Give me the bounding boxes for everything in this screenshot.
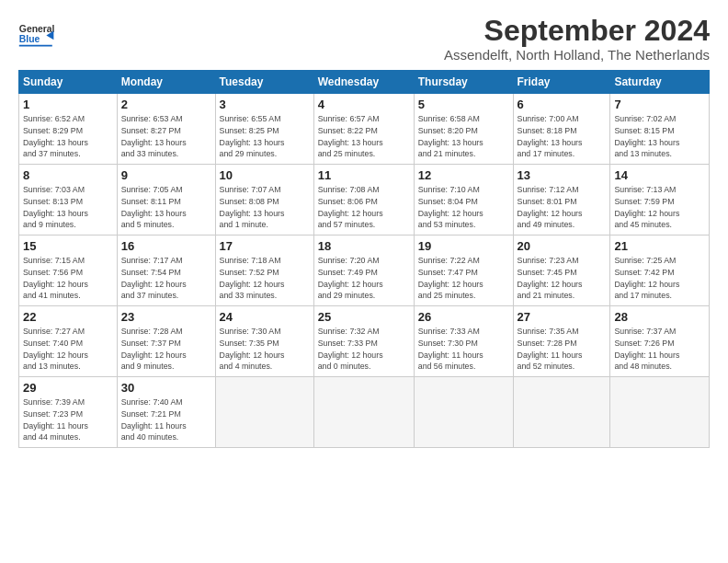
day-number: 23 bbox=[121, 310, 211, 324]
day-number: 10 bbox=[220, 168, 310, 182]
day-info: Sunrise: 7:35 AMSunset: 7:28 PMDaylight:… bbox=[518, 326, 607, 373]
day-info: Sunrise: 7:22 AMSunset: 7:47 PMDaylight:… bbox=[418, 255, 509, 302]
table-row: 28Sunrise: 7:37 AMSunset: 7:26 PMDayligh… bbox=[610, 306, 710, 377]
day-number: 12 bbox=[418, 168, 509, 182]
day-info: Sunrise: 7:30 AMSunset: 7:35 PMDaylight:… bbox=[220, 326, 310, 373]
day-info: Sunrise: 7:27 AMSunset: 7:40 PMDaylight:… bbox=[23, 326, 113, 373]
day-info: Sunrise: 7:18 AMSunset: 7:52 PMDaylight:… bbox=[220, 255, 310, 302]
page-title: September 2024 bbox=[444, 15, 710, 47]
day-info: Sunrise: 7:12 AMSunset: 8:01 PMDaylight:… bbox=[518, 184, 607, 231]
table-row bbox=[414, 377, 513, 448]
table-row: 9Sunrise: 7:05 AMSunset: 8:11 PMDaylight… bbox=[117, 165, 215, 236]
day-info: Sunrise: 7:37 AMSunset: 7:26 PMDaylight:… bbox=[614, 326, 705, 373]
day-number: 17 bbox=[220, 239, 310, 253]
calendar-table: Sunday Monday Tuesday Wednesday Thursday… bbox=[18, 70, 710, 448]
table-row: 6Sunrise: 7:00 AMSunset: 8:18 PMDaylight… bbox=[513, 94, 610, 165]
day-number: 22 bbox=[23, 310, 113, 324]
day-info: Sunrise: 7:25 AMSunset: 7:42 PMDaylight:… bbox=[614, 255, 705, 302]
table-row: 25Sunrise: 7:32 AMSunset: 7:33 PMDayligh… bbox=[313, 306, 414, 377]
calendar-week-row: 8Sunrise: 7:03 AMSunset: 8:13 PMDaylight… bbox=[19, 165, 710, 236]
table-row: 10Sunrise: 7:07 AMSunset: 8:08 PMDayligh… bbox=[215, 165, 313, 236]
col-sunday: Sunday bbox=[19, 71, 118, 94]
calendar-week-row: 1Sunrise: 6:52 AMSunset: 8:29 PMDaylight… bbox=[19, 94, 710, 165]
col-monday: Monday bbox=[117, 71, 215, 94]
table-row: 16Sunrise: 7:17 AMSunset: 7:54 PMDayligh… bbox=[117, 236, 215, 306]
table-row bbox=[313, 377, 414, 448]
day-info: Sunrise: 7:17 AMSunset: 7:54 PMDaylight:… bbox=[121, 255, 211, 302]
table-row: 12Sunrise: 7:10 AMSunset: 8:04 PMDayligh… bbox=[414, 165, 513, 236]
day-number: 9 bbox=[121, 168, 211, 182]
table-row: 24Sunrise: 7:30 AMSunset: 7:35 PMDayligh… bbox=[215, 306, 313, 377]
day-info: Sunrise: 7:00 AMSunset: 8:18 PMDaylight:… bbox=[518, 113, 607, 160]
table-row: 15Sunrise: 7:15 AMSunset: 7:56 PMDayligh… bbox=[19, 236, 118, 306]
day-info: Sunrise: 6:52 AMSunset: 8:29 PMDaylight:… bbox=[23, 113, 113, 160]
day-number: 6 bbox=[518, 98, 607, 111]
day-info: Sunrise: 6:53 AMSunset: 8:27 PMDaylight:… bbox=[121, 113, 211, 160]
calendar-header-row: Sunday Monday Tuesday Wednesday Thursday… bbox=[19, 71, 710, 94]
day-number: 11 bbox=[318, 168, 410, 182]
day-number: 2 bbox=[121, 98, 211, 111]
page: General Blue September 2024 Assendelft, … bbox=[0, 0, 728, 457]
calendar-week-row: 22Sunrise: 7:27 AMSunset: 7:40 PMDayligh… bbox=[19, 306, 710, 377]
logo: General Blue bbox=[18, 15, 55, 52]
day-info: Sunrise: 7:03 AMSunset: 8:13 PMDaylight:… bbox=[23, 184, 113, 231]
table-row: 7Sunrise: 7:02 AMSunset: 8:15 PMDaylight… bbox=[610, 94, 710, 165]
day-info: Sunrise: 7:40 AMSunset: 7:21 PMDaylight:… bbox=[121, 396, 211, 443]
day-info: Sunrise: 7:15 AMSunset: 7:56 PMDaylight:… bbox=[23, 255, 113, 302]
table-row: 3Sunrise: 6:55 AMSunset: 8:25 PMDaylight… bbox=[215, 94, 313, 165]
day-number: 30 bbox=[121, 381, 211, 395]
day-number: 15 bbox=[23, 239, 113, 253]
day-number: 20 bbox=[518, 239, 607, 253]
day-number: 26 bbox=[418, 310, 509, 324]
day-info: Sunrise: 7:33 AMSunset: 7:30 PMDaylight:… bbox=[418, 326, 509, 373]
table-row: 4Sunrise: 6:57 AMSunset: 8:22 PMDaylight… bbox=[313, 94, 414, 165]
table-row: 26Sunrise: 7:33 AMSunset: 7:30 PMDayligh… bbox=[414, 306, 513, 377]
title-area: September 2024 Assendelft, North Holland… bbox=[444, 15, 710, 63]
table-row: 1Sunrise: 6:52 AMSunset: 8:29 PMDaylight… bbox=[19, 94, 118, 165]
calendar-week-row: 29Sunrise: 7:39 AMSunset: 7:23 PMDayligh… bbox=[19, 377, 710, 448]
day-number: 3 bbox=[220, 98, 310, 111]
logo-icon: General Blue bbox=[18, 15, 55, 52]
day-info: Sunrise: 7:08 AMSunset: 8:06 PMDaylight:… bbox=[318, 184, 410, 231]
day-info: Sunrise: 7:32 AMSunset: 7:33 PMDaylight:… bbox=[318, 326, 410, 373]
page-subtitle: Assendelft, North Holland, The Netherlan… bbox=[444, 47, 710, 63]
col-tuesday: Tuesday bbox=[215, 71, 313, 94]
table-row: 18Sunrise: 7:20 AMSunset: 7:49 PMDayligh… bbox=[313, 236, 414, 306]
day-info: Sunrise: 7:23 AMSunset: 7:45 PMDaylight:… bbox=[518, 255, 607, 302]
day-number: 19 bbox=[418, 239, 509, 253]
table-row: 29Sunrise: 7:39 AMSunset: 7:23 PMDayligh… bbox=[19, 377, 118, 448]
day-number: 18 bbox=[318, 239, 410, 253]
day-number: 14 bbox=[614, 168, 705, 182]
table-row bbox=[610, 377, 710, 448]
day-info: Sunrise: 6:57 AMSunset: 8:22 PMDaylight:… bbox=[318, 113, 410, 160]
day-number: 5 bbox=[418, 98, 509, 111]
day-info: Sunrise: 7:05 AMSunset: 8:11 PMDaylight:… bbox=[121, 184, 211, 231]
table-row bbox=[215, 377, 313, 448]
day-number: 27 bbox=[518, 310, 607, 324]
table-row: 8Sunrise: 7:03 AMSunset: 8:13 PMDaylight… bbox=[19, 165, 118, 236]
day-info: Sunrise: 7:20 AMSunset: 7:49 PMDaylight:… bbox=[318, 255, 410, 302]
table-row: 5Sunrise: 6:58 AMSunset: 8:20 PMDaylight… bbox=[414, 94, 513, 165]
table-row: 19Sunrise: 7:22 AMSunset: 7:47 PMDayligh… bbox=[414, 236, 513, 306]
day-info: Sunrise: 6:55 AMSunset: 8:25 PMDaylight:… bbox=[220, 113, 310, 160]
day-info: Sunrise: 7:07 AMSunset: 8:08 PMDaylight:… bbox=[220, 184, 310, 231]
col-saturday: Saturday bbox=[610, 71, 710, 94]
table-row: 30Sunrise: 7:40 AMSunset: 7:21 PMDayligh… bbox=[117, 377, 215, 448]
table-row: 20Sunrise: 7:23 AMSunset: 7:45 PMDayligh… bbox=[513, 236, 610, 306]
day-number: 29 bbox=[23, 381, 113, 395]
table-row: 11Sunrise: 7:08 AMSunset: 8:06 PMDayligh… bbox=[313, 165, 414, 236]
table-row: 22Sunrise: 7:27 AMSunset: 7:40 PMDayligh… bbox=[19, 306, 118, 377]
table-row: 23Sunrise: 7:28 AMSunset: 7:37 PMDayligh… bbox=[117, 306, 215, 377]
table-row: 14Sunrise: 7:13 AMSunset: 7:59 PMDayligh… bbox=[610, 165, 710, 236]
table-row: 13Sunrise: 7:12 AMSunset: 8:01 PMDayligh… bbox=[513, 165, 610, 236]
svg-text:Blue: Blue bbox=[19, 34, 40, 44]
day-number: 13 bbox=[518, 168, 607, 182]
day-number: 25 bbox=[318, 310, 410, 324]
col-thursday: Thursday bbox=[414, 71, 513, 94]
svg-text:General: General bbox=[19, 24, 55, 34]
day-number: 21 bbox=[614, 239, 705, 253]
table-row: 17Sunrise: 7:18 AMSunset: 7:52 PMDayligh… bbox=[215, 236, 313, 306]
day-info: Sunrise: 7:13 AMSunset: 7:59 PMDaylight:… bbox=[614, 184, 705, 231]
day-number: 28 bbox=[614, 310, 705, 324]
day-info: Sunrise: 7:39 AMSunset: 7:23 PMDaylight:… bbox=[23, 396, 113, 443]
